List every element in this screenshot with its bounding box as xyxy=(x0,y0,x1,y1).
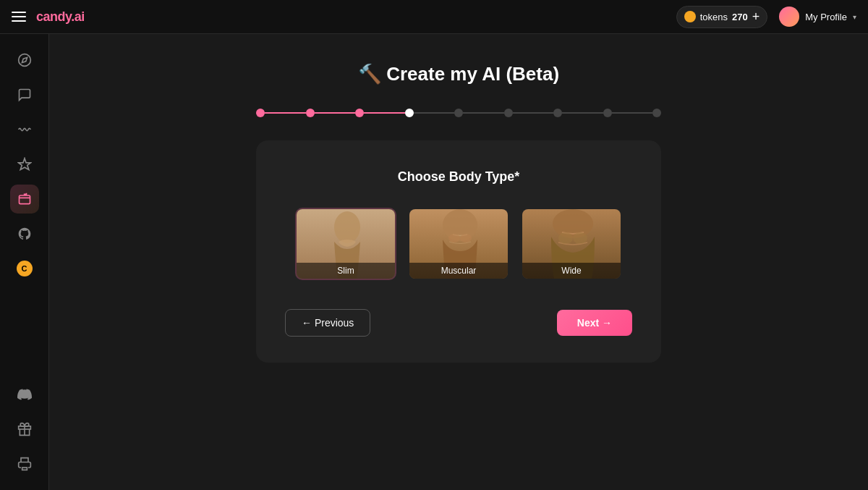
svg-point-8 xyxy=(443,209,477,241)
menu-button[interactable] xyxy=(12,12,26,22)
body-options: Slim xyxy=(285,208,632,280)
page-title: 🔨 Create my AI (Beta) xyxy=(358,63,559,85)
step-dot-2 xyxy=(306,109,315,117)
main-layout: C 🔨 Create my AI (Beta) xyxy=(0,34,868,490)
step-line-6 xyxy=(513,112,554,114)
sidebar-item-trophy[interactable] xyxy=(10,449,39,478)
step-dot-5 xyxy=(454,109,463,117)
progress-stepper xyxy=(256,109,661,117)
sidebar-item-github[interactable] xyxy=(10,219,39,248)
card-actions: ← Previous Next → xyxy=(285,309,632,337)
svg-point-9 xyxy=(448,234,460,242)
logo: candy.ai xyxy=(36,9,85,25)
sidebar-item-create[interactable] xyxy=(10,185,39,214)
main-content: 🔨 Create my AI (Beta) xyxy=(49,34,868,490)
sidebar-bottom xyxy=(10,380,39,478)
slim-label: Slim xyxy=(297,263,395,279)
sidebar-item-chat[interactable] xyxy=(10,80,39,109)
step-line-3 xyxy=(364,112,405,114)
svg-point-0 xyxy=(18,54,30,67)
sidebar-item-gift[interactable] xyxy=(10,415,39,444)
body-type-card: Choose Body Type* xyxy=(256,140,661,363)
logo-tld: .ai xyxy=(71,9,85,24)
sidebar-item-compass[interactable] xyxy=(10,46,39,75)
svg-point-10 xyxy=(460,234,472,242)
card-title: Choose Body Type* xyxy=(285,169,632,185)
svg-point-14 xyxy=(573,232,587,244)
step-line-5 xyxy=(463,112,504,114)
topnav-right: tokens 270 + My Profile ▾ xyxy=(676,6,856,28)
body-option-slim[interactable]: Slim xyxy=(295,208,396,280)
chevron-down-icon: ▾ xyxy=(853,13,856,21)
topnav: candy.ai tokens 270 + My Profile ▾ xyxy=(0,0,868,34)
sidebar-item-wave[interactable] xyxy=(10,115,39,144)
profile-button[interactable]: My Profile ▾ xyxy=(779,7,856,27)
step-line-4 xyxy=(414,112,455,114)
body-option-muscular[interactable]: Muscular xyxy=(408,208,509,280)
tokens-count: 270 xyxy=(732,12,748,22)
profile-label: My Profile xyxy=(805,12,847,22)
sidebar-item-coin[interactable]: C xyxy=(10,254,39,283)
step-line-2 xyxy=(315,112,356,114)
svg-rect-4 xyxy=(22,468,27,470)
step-dot-1 xyxy=(256,109,265,117)
step-line-1 xyxy=(265,112,306,114)
svg-marker-1 xyxy=(22,57,27,62)
logo-text: candy xyxy=(36,9,71,24)
step-dot-4 xyxy=(405,109,414,117)
tokens-label: tokens xyxy=(700,12,728,22)
step-dot-9 xyxy=(652,109,661,117)
svg-point-6 xyxy=(334,211,360,243)
next-button[interactable]: Next → xyxy=(557,310,632,336)
tokens-badge: tokens 270 + xyxy=(676,6,768,28)
sidebar-item-effects[interactable] xyxy=(10,150,39,179)
sidebar: C xyxy=(0,34,49,490)
svg-point-13 xyxy=(558,232,573,244)
sidebar-top: C xyxy=(10,46,39,283)
wide-label: Wide xyxy=(522,263,621,279)
topnav-left: candy.ai xyxy=(12,9,85,25)
step-line-7 xyxy=(562,112,603,114)
muscular-label: Muscular xyxy=(409,263,508,279)
step-dot-3 xyxy=(355,109,364,117)
token-coin-icon xyxy=(684,11,696,22)
step-dot-6 xyxy=(504,109,513,117)
step-dot-8 xyxy=(603,109,612,117)
previous-button[interactable]: ← Previous xyxy=(285,309,370,337)
body-option-wide[interactable]: Wide xyxy=(521,208,622,280)
sidebar-item-discord[interactable] xyxy=(10,380,39,409)
profile-avatar xyxy=(779,7,799,27)
step-line-8 xyxy=(612,112,653,114)
step-dot-7 xyxy=(553,109,562,117)
add-tokens-button[interactable]: + xyxy=(752,9,760,25)
